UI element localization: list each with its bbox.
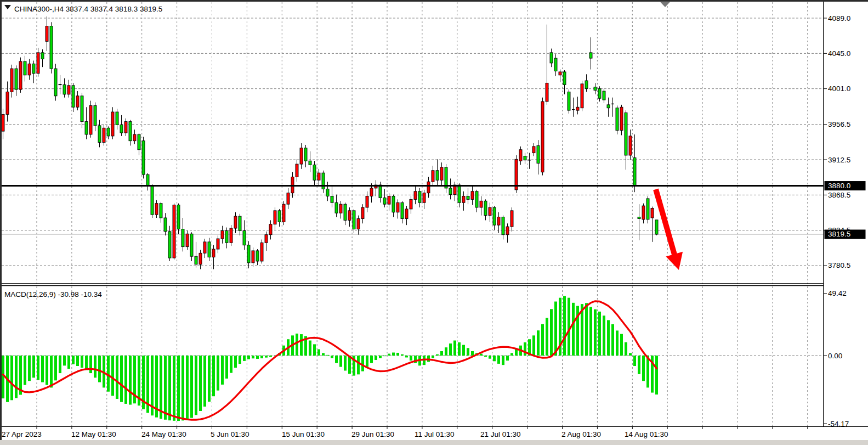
macd-histogram-bar xyxy=(616,330,619,356)
bull-candle xyxy=(199,253,202,264)
bear-candle xyxy=(138,134,140,150)
bear-candle xyxy=(94,105,97,126)
price-tick-label: 3912.5 xyxy=(828,156,850,164)
macd-histogram-bar xyxy=(603,316,605,356)
macd-histogram-bar xyxy=(85,356,88,370)
macd-histogram-bar xyxy=(392,353,395,356)
macd-histogram-bar xyxy=(221,356,224,385)
bear-candle xyxy=(41,53,44,59)
time-tick-label: 11 Jul 01:30 xyxy=(415,430,455,438)
bull-candle xyxy=(388,196,390,205)
bear-candle xyxy=(589,53,592,58)
bull-candle xyxy=(480,201,483,207)
macd-histogram-bar xyxy=(168,356,171,420)
bear-candle xyxy=(32,64,35,74)
bull-candle xyxy=(642,206,645,219)
macd-histogram-bar xyxy=(32,356,35,378)
bull-candle xyxy=(414,191,417,200)
time-tick-label: 5 Jun 01:30 xyxy=(211,430,249,438)
bear-candle xyxy=(331,196,333,203)
bear-candle xyxy=(151,186,154,215)
bull-candle xyxy=(471,191,474,200)
bear-candle xyxy=(326,189,329,196)
macd-histogram-bar xyxy=(54,356,57,380)
bull-candle xyxy=(282,204,285,222)
macd-histogram-bar xyxy=(243,356,246,361)
bull-candle xyxy=(423,193,426,203)
macd-histogram-bar xyxy=(164,356,167,420)
bear-candle xyxy=(168,232,171,258)
macd-histogram-bar xyxy=(467,348,469,356)
price-tick-label: 4089.0 xyxy=(828,14,850,22)
bull-candle xyxy=(357,218,360,229)
price-tick-label: 4001.0 xyxy=(828,85,850,93)
bull-candle xyxy=(300,148,303,164)
macd-histogram-bar xyxy=(366,356,368,367)
macd-histogram-bar xyxy=(296,334,298,356)
bull-candle xyxy=(103,128,105,142)
macd-histogram-bar xyxy=(72,356,75,364)
bear-candle xyxy=(50,26,53,69)
bull-candle xyxy=(541,102,544,172)
bear-candle xyxy=(383,198,386,204)
price-badge-label: 3880.0 xyxy=(828,182,850,190)
macd-histogram-bar xyxy=(129,356,132,405)
macd-histogram-bar xyxy=(195,356,197,415)
bull-candle xyxy=(396,202,399,212)
macd-histogram-bar xyxy=(265,356,268,358)
bull-candle xyxy=(28,64,31,75)
macd-histogram-bar xyxy=(458,342,461,356)
macd-histogram-bar xyxy=(2,356,4,398)
bear-candle xyxy=(63,85,66,94)
macd-histogram-bar xyxy=(199,356,202,411)
macd-histogram-bar xyxy=(532,335,535,356)
macd-histogram-bar xyxy=(629,353,632,356)
macd-histogram-bar xyxy=(28,356,31,381)
macd-histogram-bar xyxy=(375,356,377,360)
bull-candle xyxy=(348,211,351,221)
bear-candle xyxy=(585,81,588,89)
macd-histogram-bar xyxy=(111,356,114,396)
bear-candle xyxy=(603,91,605,100)
macd-histogram-bar xyxy=(10,356,13,400)
macd-histogram-bar xyxy=(37,356,39,380)
bear-candle xyxy=(239,216,241,230)
time-tick-label: 12 May 01:30 xyxy=(71,430,116,438)
macd-histogram-bar xyxy=(655,356,658,395)
macd-histogram-bar xyxy=(247,356,250,359)
bear-candle xyxy=(54,69,57,96)
bear-candle xyxy=(449,188,452,195)
bull-candle xyxy=(252,251,254,263)
macd-histogram-bar xyxy=(405,356,408,357)
window-bottom-border xyxy=(0,440,868,445)
bear-candle xyxy=(502,217,504,235)
bear-candle xyxy=(247,245,250,263)
macd-histogram-bar xyxy=(76,356,79,366)
bear-candle xyxy=(72,86,75,107)
bear-candle xyxy=(353,211,355,229)
macd-histogram-bar xyxy=(124,356,127,404)
macd-histogram-bar xyxy=(160,356,162,419)
macd-histogram-bar xyxy=(313,344,316,356)
bear-candle xyxy=(85,122,88,134)
bull-candle xyxy=(133,134,136,141)
macd-histogram-bar xyxy=(383,356,386,356)
bull-candle xyxy=(440,167,443,180)
price-tick-label: 3868.5 xyxy=(828,191,850,199)
macd-histogram-bar xyxy=(379,356,382,358)
bull-candle xyxy=(370,188,373,196)
time-tick-label: 14 Aug 01:30 xyxy=(625,430,668,438)
macd-histogram-bar xyxy=(554,302,557,356)
macd-histogram-bar xyxy=(15,356,18,398)
bear-candle xyxy=(107,128,110,136)
macd-histogram-bar xyxy=(568,298,570,356)
macd-histogram-bar xyxy=(484,356,487,357)
bull-candle xyxy=(269,224,272,235)
macd-histogram-bar xyxy=(625,342,627,356)
bear-candle xyxy=(607,105,610,108)
macd-histogram-bar xyxy=(401,354,404,356)
macd-histogram-bar xyxy=(445,347,447,356)
macd-histogram-bar xyxy=(563,296,566,356)
bull-candle xyxy=(274,211,276,224)
macd-histogram-bar xyxy=(309,341,311,356)
